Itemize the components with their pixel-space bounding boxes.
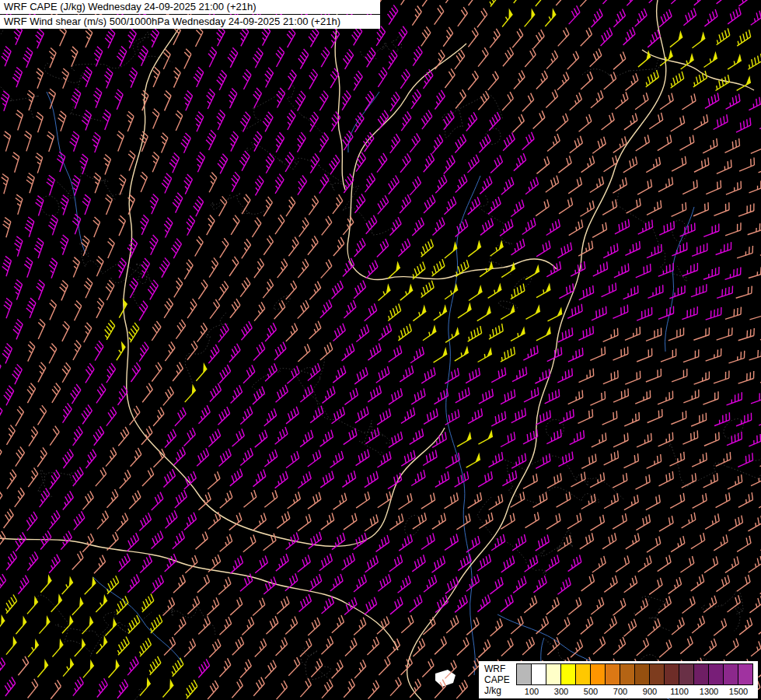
legend-swatch — [738, 663, 753, 685]
legend-tick-labels: 100300500700900110013001500 — [516, 685, 753, 697]
legend-swatch — [693, 663, 709, 685]
legend-labels: WRF CAPE J/kg — [484, 663, 511, 697]
legend-tick: 300 — [554, 687, 568, 696]
legend-unit-label: J/kg — [484, 686, 511, 696]
legend-swatch — [516, 663, 532, 685]
wrf-weather-map-page: { "header": { "line1": "WRF CAPE (J/kg) … — [0, 0, 761, 700]
title-cape-line: WRF CAPE (J/kg) Wednesday 24-09-2025 21:… — [0, 0, 380, 14]
title-windshear-line: WRF Wind shear (m/s) 500/1000hPa Wednesd… — [0, 15, 380, 29]
legend-swatch — [531, 663, 546, 685]
legend-tick: 100 — [525, 687, 539, 696]
legend-scale: 100300500700900110013001500 — [516, 663, 753, 697]
legend-swatch — [605, 663, 620, 685]
legend-swatch — [546, 663, 561, 685]
legend-swatch — [575, 663, 591, 685]
legend-color-bar — [516, 663, 753, 685]
legend-tick: 1500 — [729, 687, 748, 696]
legend-tick: 500 — [584, 687, 598, 696]
legend-swatch — [679, 663, 694, 685]
legend-swatch — [723, 663, 738, 685]
legend-tick: 1100 — [670, 687, 689, 696]
legend-swatch — [649, 663, 665, 685]
weather-map-canvas — [0, 0, 761, 700]
legend-swatch — [590, 663, 606, 685]
legend-swatch — [634, 663, 650, 685]
legend-tick: 700 — [613, 687, 627, 696]
legend-tick: 1300 — [700, 687, 718, 696]
legend-swatch — [664, 663, 679, 685]
legend-parameter-label: CAPE — [484, 675, 511, 685]
cape-legend: WRF CAPE J/kg 10030050070090011001300150… — [479, 661, 758, 698]
legend-swatch — [620, 663, 635, 685]
legend-model-label: WRF — [484, 664, 511, 674]
legend-tick: 900 — [643, 687, 657, 696]
legend-swatch — [560, 663, 576, 685]
legend-swatch — [708, 663, 724, 685]
